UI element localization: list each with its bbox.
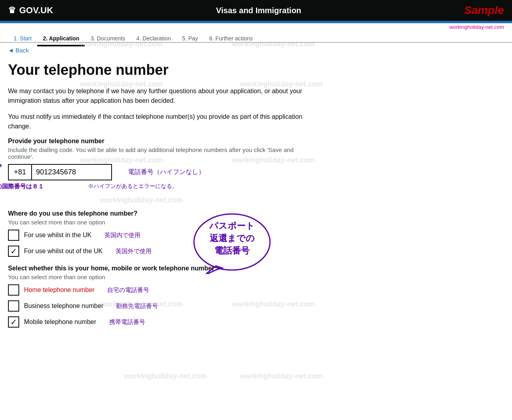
annotation-jp2: ※ハイフンがあるとエラーになる。 <box>88 183 178 190</box>
type-checkboxes: ✓ Home telephone number 自宅の電話番号 ✓ Busine… <box>8 284 312 328</box>
header-title: Visas and Immigration <box>216 6 301 15</box>
annotation-intl: 日本の国際番号は８１ <box>0 183 56 190</box>
checkmark-mobile: ✓ <box>10 317 17 327</box>
step-6-link[interactable]: 6. Further actions <box>204 32 258 45</box>
checkbox-uk-label: For use whilst in the UK <box>24 232 92 239</box>
step-5-link[interactable]: 5. Pay <box>176 32 204 45</box>
header: ♛ GOV.UK Visas and Immigration Sample <box>0 0 512 21</box>
checkbox-mobile-label: Mobile telephone number <box>24 318 96 326</box>
checkbox-home-tel: ✓ Home telephone number 自宅の電話番号 <box>8 284 312 296</box>
checkbox-business-tel: ✓ Business telephone number 勤務先電話番号 <box>8 300 312 312</box>
main-content: Your telephone number We may contact you… <box>0 58 320 352</box>
header-sample: Sample <box>464 4 504 17</box>
step-4-link[interactable]: 4. Declaration <box>131 32 176 45</box>
gov-logo: ♛ GOV.UK <box>8 5 53 16</box>
checkbox-uk-jp: 英国内で使用 <box>104 232 140 239</box>
page-title: Your telephone number <box>8 62 312 78</box>
site-subtitle: workingholiday-net.com <box>0 23 512 31</box>
back-arrow-icon: ◄ <box>8 47 14 54</box>
step-2-active: 2. Application <box>37 32 85 46</box>
step-3-link[interactable]: 3. Documents <box>85 32 130 45</box>
nav-step-1[interactable]: 1. Start <box>8 35 37 42</box>
back-label: Back <box>16 47 29 54</box>
hint-text: Include the dialling code. You will be a… <box>8 146 312 160</box>
checkbox-outuk-label: For use whilst out of the UK <box>24 248 103 255</box>
checkbox-mobile-jp: 携帯電話番号 <box>109 318 145 326</box>
nav-step-3[interactable]: 3. Documents <box>85 35 130 42</box>
crown-icon: ♛ <box>8 5 16 16</box>
gov-logo-text: GOV.UK <box>19 5 53 16</box>
step-navigation: 1. Start 2. Application 3. Documents 4. … <box>0 31 512 43</box>
description-1: We may contact you by telephone if we ha… <box>8 86 312 106</box>
nav-steps-list: 1. Start 2. Application 3. Documents 4. … <box>8 35 504 42</box>
checkbox-outuk-jp: 英国外で使用 <box>116 248 152 255</box>
step-1-link[interactable]: 1. Start <box>8 32 37 45</box>
checkbox-mobile-box[interactable]: ✓ <box>8 316 19 328</box>
provide-label: Provide your telephone number <box>8 138 312 145</box>
bubble-annotation: パスポート返還までの電話番号 <box>192 210 272 276</box>
checkbox-business-label: Business telephone number <box>24 302 103 310</box>
bubble-text: パスポート返還までの電話番号 <box>200 220 264 257</box>
checkbox-home-jp: 自宅の電話番号 <box>107 286 149 294</box>
checkbox-home-box[interactable]: ✓ <box>8 284 19 296</box>
where-section: Where do you use this telephone number? … <box>8 210 312 257</box>
nav-step-5[interactable]: 5. Pay <box>176 35 204 42</box>
phone-row-wrapper: 電話番号（ハイフンなし） ↗ 日本の国際番号は８１ ※ハイフンがあるとエラーにな… <box>8 164 312 190</box>
description-2: You must notify us immediately if the co… <box>8 112 312 131</box>
nav-step-6[interactable]: 6. Further actions <box>204 35 258 42</box>
checkbox-outuk-box[interactable]: ✓ <box>8 246 19 257</box>
checkmark-outuk: ✓ <box>10 246 17 256</box>
checkbox-business-box[interactable]: ✓ <box>8 300 19 312</box>
annotation-arrow-icon: ↗ <box>0 161 5 174</box>
nav-step-4[interactable]: 4. Declaration <box>131 35 176 42</box>
checkbox-business-jp: 勤務先電話番号 <box>116 302 158 310</box>
annotation-jp1: 電話番号（ハイフンなし） <box>128 168 205 176</box>
checkbox-uk-box[interactable]: ✓ <box>8 230 19 241</box>
dialing-code-input[interactable] <box>8 164 32 180</box>
checkbox-home-label: Home telephone number <box>24 286 94 294</box>
nav-step-2: 2. Application <box>37 35 85 42</box>
checkbox-mobile-tel: ✓ Mobile telephone number 携帯電話番号 <box>8 316 312 328</box>
phone-number-input[interactable] <box>32 164 112 180</box>
